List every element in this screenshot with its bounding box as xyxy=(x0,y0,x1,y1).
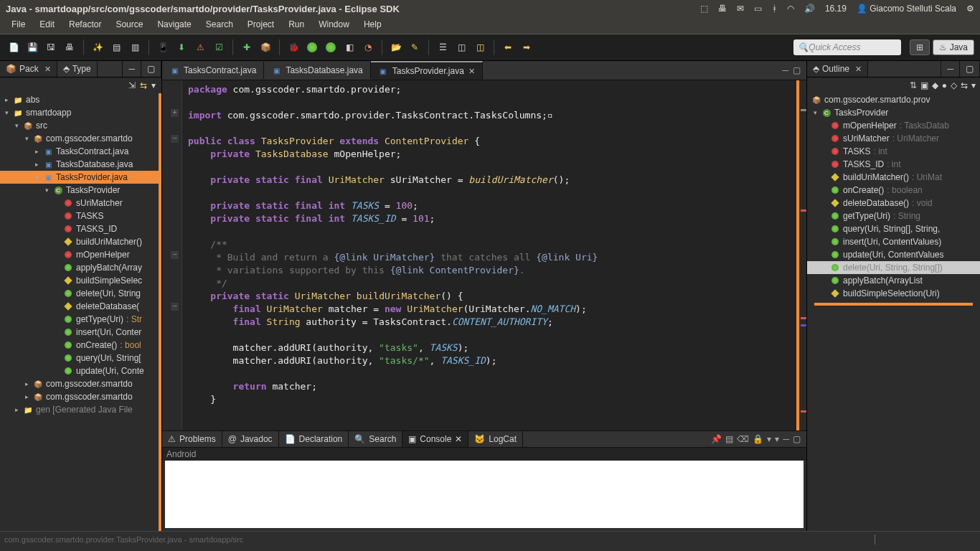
tree-item[interactable]: 📁gen [Generated Java File xyxy=(0,403,159,416)
outline-item[interactable]: mOpenHelper : TasksDatab xyxy=(807,119,980,132)
saveall-icon[interactable]: 🖫 xyxy=(43,39,59,55)
close-icon[interactable]: ✕ xyxy=(44,65,51,74)
sort-icon[interactable]: ⇅ xyxy=(910,80,917,90)
expand-icon[interactable] xyxy=(33,174,40,181)
menu-run[interactable]: Run xyxy=(283,18,310,31)
menu-navigate[interactable]: Navigate xyxy=(151,18,197,31)
minimize-icon[interactable]: ─ xyxy=(941,61,960,77)
expand-icon[interactable] xyxy=(33,148,40,155)
editor-tab[interactable]: ▣TasksProvider.java✕ xyxy=(371,61,483,80)
gear-icon[interactable]: ⚙ xyxy=(966,4,974,14)
mail-icon[interactable]: ✉ xyxy=(737,4,744,14)
lint-icon[interactable]: ⚠ xyxy=(192,39,208,55)
expand-icon[interactable] xyxy=(33,161,40,168)
close-icon[interactable]: ✕ xyxy=(468,67,475,76)
outline-class[interactable]: CTasksProvider xyxy=(807,106,980,119)
expand-icon[interactable] xyxy=(3,109,10,116)
newclass-icon[interactable]: ✚ xyxy=(239,39,255,55)
new-icon[interactable]: 📄 xyxy=(6,39,22,55)
clock[interactable]: 16.19 xyxy=(825,4,847,14)
minimize-icon[interactable]: ─ xyxy=(783,434,789,444)
plugin-icon[interactable]: ◫ xyxy=(453,39,469,55)
outline-item[interactable]: buildUriMatcher() : UriMat xyxy=(807,171,980,184)
outline-item[interactable]: buildSimpleSelection(Uri) xyxy=(807,287,980,300)
tree-item[interactable]: ▣TasksProvider.java xyxy=(0,171,159,184)
view-menu-icon[interactable]: ▾ xyxy=(151,80,156,90)
debug-icon[interactable]: 🐞 xyxy=(286,39,301,55)
tree-item[interactable]: 📦src xyxy=(0,119,159,132)
package-tree[interactable]: 📁abs📁smartdoapp📦src📦com.gsscoder.smartdo… xyxy=(0,93,161,531)
menu-refactor[interactable]: Refactor xyxy=(63,18,107,31)
tab-package-explorer[interactable]: 📦 Pack✕ xyxy=(0,61,57,77)
bluetooth-icon[interactable]: ᚼ xyxy=(772,4,777,14)
tree-item[interactable]: TASKS_ID xyxy=(0,222,159,235)
fold-toggle-icon[interactable]: + xyxy=(171,109,179,117)
tree-item[interactable]: buildUriMatcher() xyxy=(0,235,159,248)
tree-item[interactable]: query(Uri, String[ xyxy=(0,352,159,364)
filter-static-icon[interactable]: ◆ xyxy=(932,80,938,90)
menu-source[interactable]: Source xyxy=(110,18,149,31)
view-tab[interactable]: 📄Declaration xyxy=(279,431,349,447)
runext-icon[interactable] xyxy=(323,39,339,55)
open-perspective-button[interactable]: ⊞ xyxy=(910,39,930,55)
minimize-icon[interactable]: ─ xyxy=(122,61,141,77)
collapse-icon[interactable]: ⇲ xyxy=(128,80,136,90)
expand-icon[interactable] xyxy=(13,406,20,413)
maximize-icon[interactable]: ▢ xyxy=(960,61,980,77)
editor-gutter[interactable]: + − − − xyxy=(162,80,182,430)
expand-icon[interactable] xyxy=(23,393,30,400)
view-tab[interactable]: @Javadoc xyxy=(222,431,279,447)
maximize-icon[interactable]: ▢ xyxy=(793,65,801,75)
code-content[interactable]: package com.gsscoder.smartdo.provider; i… xyxy=(182,80,799,430)
plugin2-icon[interactable]: ◫ xyxy=(472,39,488,55)
menu-window[interactable]: Window xyxy=(313,18,355,31)
outline-package[interactable]: 📦com.gsscoder.smartdo.prov xyxy=(807,93,980,106)
outline-item[interactable]: delete(Uri, String, String[]) xyxy=(807,261,980,274)
quick-access-input[interactable]: 🔍 Quick Access xyxy=(793,39,901,55)
build2-icon[interactable]: ▥ xyxy=(127,39,143,55)
view-tab[interactable]: ▣Console✕ xyxy=(402,431,468,447)
outline-item[interactable]: update(Uri, ContentValues xyxy=(807,248,980,261)
menu-search[interactable]: Search xyxy=(200,18,239,31)
tree-item[interactable]: insert(Uri, Conter xyxy=(0,326,159,339)
tree-item[interactable]: applyBatch(Array xyxy=(0,261,159,274)
outline-item[interactable]: TASKS_ID : int xyxy=(807,158,980,171)
view-tab[interactable]: 🔍Search xyxy=(349,431,402,447)
outline-item[interactable]: insert(Uri, ContentValues) xyxy=(807,235,980,248)
wifi-icon[interactable]: ◠ xyxy=(787,4,794,14)
editor-tab[interactable]: ▣TasksDatabase.java xyxy=(264,62,370,79)
tree-item[interactable]: ▣TasksDatabase.java xyxy=(0,158,159,171)
code-editor[interactable]: + − − − package com.gsscoder.smartdo.pro… xyxy=(162,80,806,430)
menu-edit[interactable]: Edit xyxy=(34,18,60,31)
menu-file[interactable]: File xyxy=(6,18,31,31)
expand-icon[interactable] xyxy=(43,187,50,194)
tree-item[interactable]: mOpenHelper xyxy=(0,248,159,261)
profile-icon[interactable]: ◔ xyxy=(360,39,376,55)
dropbox-icon[interactable]: ⬚ xyxy=(700,4,708,14)
link-icon[interactable]: ⇆ xyxy=(140,80,147,90)
open-console-icon[interactable]: ▾ xyxy=(767,434,771,444)
expand-icon[interactable] xyxy=(3,96,10,103)
check-icon[interactable]: ☑ xyxy=(211,39,227,55)
expand-icon[interactable] xyxy=(13,122,20,129)
menu-help[interactable]: Help xyxy=(358,18,387,31)
run-icon[interactable] xyxy=(304,39,320,55)
fold-toggle-icon[interactable]: − xyxy=(171,251,179,259)
tree-item[interactable]: update(Uri, Conte xyxy=(0,364,159,377)
console-output[interactable] xyxy=(165,461,804,528)
tree-item[interactable]: 📦com.gsscoder.smartdo xyxy=(0,390,159,403)
java-perspective-button[interactable]: ♨ Java xyxy=(933,39,974,55)
volume-icon[interactable]: 🔊 xyxy=(804,4,815,14)
newpkg-icon[interactable]: 📦 xyxy=(258,39,273,55)
expand-icon[interactable] xyxy=(23,380,30,387)
view-menu-icon[interactable]: ▾ xyxy=(971,80,976,90)
filter-public-icon[interactable]: ● xyxy=(942,80,947,90)
tree-item[interactable]: 📦com.gsscoder.smartdo xyxy=(0,132,159,145)
tree-item[interactable]: sUriMatcher xyxy=(0,197,159,209)
filter-fields-icon[interactable]: ▣ xyxy=(920,80,928,90)
outline-item[interactable]: applyBatch(ArrayList xyxy=(807,274,980,287)
close-icon[interactable]: ✕ xyxy=(455,434,462,444)
outline-item[interactable]: onCreate() : boolean xyxy=(807,184,980,197)
tree-item[interactable]: delete(Uri, String xyxy=(0,287,159,300)
build-icon[interactable]: ▤ xyxy=(108,39,124,55)
